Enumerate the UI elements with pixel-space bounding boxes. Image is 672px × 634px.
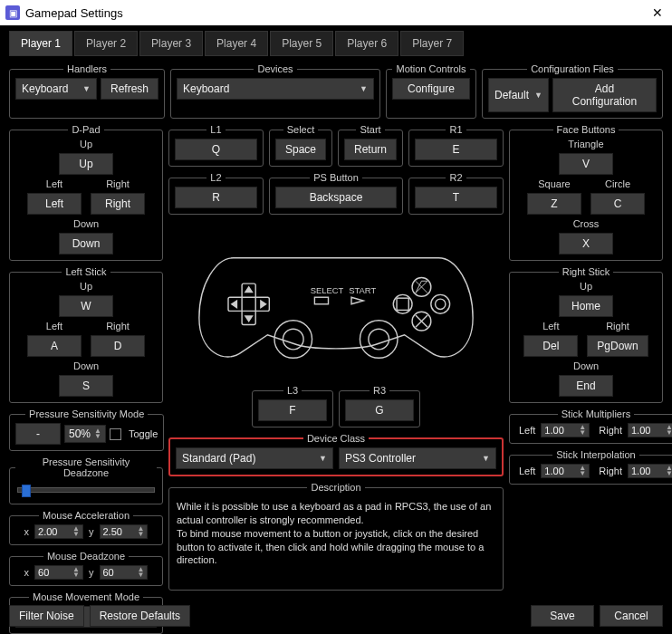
device-subclass-select[interactable]: PS3 Controller ▼ (339, 447, 496, 469)
tab-player-2[interactable]: Player 2 (74, 31, 138, 56)
mouse-dz-y-spin[interactable]: ▲▼ (100, 565, 149, 580)
close-icon[interactable]: ✕ (648, 5, 667, 20)
r3-button[interactable]: G (345, 399, 414, 421)
leftstick-down-button[interactable]: S (59, 375, 113, 397)
start-button[interactable]: Return (344, 139, 397, 160)
stick-mult-left-spin[interactable]: ▲▼ (541, 423, 590, 437)
leftstick-right-button[interactable]: D (91, 335, 145, 357)
dpad-legend: D-Pad (68, 124, 103, 135)
tab-player-3[interactable]: Player 3 (139, 31, 203, 56)
dpad-left-button[interactable]: Left (27, 193, 82, 215)
description-text: While it is possible to use a keyboard a… (175, 496, 497, 571)
mouse-dz-legend: Mouse Deadzone (43, 551, 129, 562)
stick-mult-right-spin[interactable]: ▲▼ (628, 423, 672, 437)
motion-configure-button[interactable]: Configure (392, 78, 470, 100)
dpad-down-button[interactable]: Down (59, 233, 113, 255)
leftstick-left-button[interactable]: A (27, 335, 82, 357)
config-files-legend: Configuration Files (527, 63, 618, 74)
device-class-legend: Device Class (303, 433, 369, 444)
dpad-right-button[interactable]: Right (91, 193, 145, 215)
device-class-select[interactable]: Standard (Pad) ▼ (176, 447, 333, 469)
l3-button[interactable]: F (258, 399, 327, 421)
chevron-down-icon: ▼ (82, 84, 91, 93)
svg-point-11 (369, 329, 389, 350)
controller-illustration: SELECT START (168, 224, 504, 378)
refresh-button[interactable]: Refresh (101, 78, 158, 100)
ps-button[interactable]: Backspace (275, 187, 397, 208)
dpad-up-button[interactable]: Up (59, 153, 113, 175)
titlebar: ▣ Gamepad Settings ✕ (0, 0, 672, 25)
svg-point-6 (436, 299, 446, 309)
rightstick-right-button[interactable]: PgDown (587, 335, 648, 357)
stick-interp-right-spin[interactable]: ▲▼ (628, 464, 672, 478)
face-buttons-legend: Face Buttons (553, 124, 619, 135)
right-stick-legend: Right Stick (559, 266, 614, 277)
restore-defaults-button[interactable]: Restore Defaults (90, 605, 190, 627)
pressure-dz-legend: Pressure Sensitivity Deadzone (15, 456, 157, 478)
mouse-mode-legend: Mouse Movement Mode (29, 591, 143, 602)
stick-interp-legend: Stick Interpolation (552, 449, 638, 460)
svg-text:START: START (349, 285, 376, 295)
pressure-pct-spin[interactable]: 50% ▲▼ (64, 425, 106, 443)
pressure-toggle-checkbox[interactable] (110, 428, 121, 440)
filter-noise-button[interactable]: Filter Noise (9, 605, 84, 627)
motion-legend: Motion Controls (392, 63, 469, 74)
handlers-legend: Handlers (63, 63, 110, 74)
pressure-dz-slider[interactable] (17, 487, 155, 493)
save-button[interactable]: Save (531, 605, 594, 627)
svg-rect-4 (397, 298, 408, 310)
pressure-mode-button[interactable]: - (15, 423, 61, 445)
l2-button[interactable]: R (175, 187, 257, 208)
l1-button[interactable]: Q (175, 139, 257, 160)
select-button[interactable]: Space (275, 139, 326, 160)
r1-button[interactable]: E (415, 139, 497, 160)
rightstick-down-button[interactable]: End (559, 375, 613, 397)
chevron-down-icon: ▼ (482, 454, 490, 463)
tab-player-6[interactable]: Player 6 (335, 31, 398, 56)
tab-player-4[interactable]: Player 4 (205, 31, 268, 56)
devices-legend: Devices (254, 63, 296, 74)
left-stick-legend: Left Stick (62, 266, 110, 277)
svg-rect-13 (314, 297, 328, 304)
tab-player-7[interactable]: Player 7 (400, 31, 464, 56)
mouse-accel-x-spin[interactable]: ▲▼ (34, 524, 83, 539)
add-configuration-button[interactable]: Add Configuration (552, 78, 657, 112)
r2-button[interactable]: T (415, 187, 497, 208)
config-select[interactable]: Default ▼ (488, 78, 549, 112)
square-button[interactable]: Z (527, 193, 581, 215)
triangle-button[interactable]: V (559, 153, 613, 175)
rightstick-left-button[interactable]: Del (523, 335, 578, 357)
player-tabs: Player 1 Player 2 Player 3 Player 4 Play… (9, 31, 663, 56)
pressure-toggle-label: Toggle (129, 428, 158, 439)
tab-player-5[interactable]: Player 5 (270, 31, 333, 56)
mouse-dz-x-spin[interactable]: ▲▼ (34, 565, 83, 580)
stick-interp-left-spin[interactable]: ▲▼ (541, 464, 590, 478)
pressure-mode-legend: Pressure Sensitivity Mode (25, 408, 148, 419)
mouse-accel-legend: Mouse Acceleration (39, 510, 133, 521)
leftstick-up-button[interactable]: W (59, 295, 113, 317)
svg-point-5 (431, 294, 450, 313)
svg-text:SELECT: SELECT (311, 285, 344, 295)
mouse-accel-y-spin[interactable]: ▲▼ (100, 524, 149, 539)
window-title: Gamepad Settings (25, 6, 123, 20)
chevron-down-icon: ▼ (360, 84, 368, 93)
svg-point-9 (283, 329, 303, 350)
stick-mult-legend: Stick Multipliers (558, 408, 634, 419)
chevron-down-icon: ▼ (319, 454, 327, 463)
rightstick-up-button[interactable]: Home (559, 295, 613, 317)
app-icon: ▣ (5, 5, 20, 20)
description-legend: Description (307, 482, 364, 493)
circle-button[interactable]: C (590, 193, 645, 215)
cross-button[interactable]: X (559, 233, 613, 255)
devices-select[interactable]: Keyboard ▼ (177, 78, 374, 100)
cancel-button[interactable]: Cancel (600, 605, 663, 627)
handlers-select[interactable]: Keyboard ▼ (15, 78, 97, 100)
tab-player-1[interactable]: Player 1 (9, 31, 72, 56)
chevron-down-icon: ▼ (534, 91, 542, 100)
